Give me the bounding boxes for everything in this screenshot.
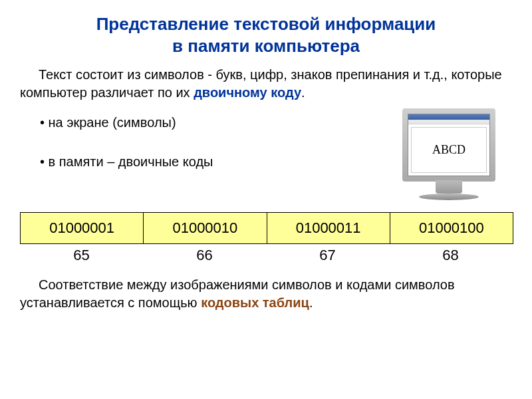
para1-text-b: .	[301, 85, 305, 100]
dec-cell: 66	[143, 244, 266, 264]
monitor-base	[419, 194, 479, 200]
paragraph-1: Текст состоит из символов - букв, цифр, …	[20, 66, 512, 102]
bin-cell: 01000100	[390, 213, 513, 243]
bin-cell: 01000011	[267, 213, 390, 243]
dec-cell: 65	[20, 244, 143, 264]
bullet-2: в памяти – двоичные коды	[40, 154, 392, 170]
document-area: ABCD	[411, 127, 487, 173]
title-line2: в памяти компьютера	[172, 36, 360, 56]
para2-text-b: .	[309, 295, 313, 310]
window-titlebar	[408, 114, 489, 120]
slide-title: Представление текстовой информации в пам…	[20, 13, 512, 57]
bullet-1: на экране (символы)	[40, 115, 392, 130]
decimal-row: 65 66 67 68	[20, 244, 512, 264]
binary-row: 01000001 01000010 01000011 01000100	[20, 212, 513, 244]
mid-row: на экране (символы) в памяти – двоичные …	[20, 108, 512, 208]
bullet-list: на экране (символы) в памяти – двоичные …	[20, 108, 392, 194]
bin-cell: 01000010	[144, 213, 267, 243]
screen-text: ABCD	[432, 143, 466, 157]
window-menubar	[408, 120, 489, 124]
para2-emph: кодовых таблиц	[201, 295, 309, 310]
dec-cell: 68	[389, 244, 512, 264]
monitor-stand	[436, 180, 462, 194]
title-line1: Представление текстовой информации	[96, 14, 436, 34]
codes-table: 01000001 01000010 01000011 01000100 65 6…	[20, 212, 512, 264]
monitor-illustration: ABCD	[392, 108, 505, 208]
monitor-bezel: ABCD	[402, 108, 495, 182]
dec-cell: 67	[266, 244, 389, 264]
paragraph-2: Соответствие между изображениями символо…	[20, 276, 512, 312]
bin-cell: 01000001	[21, 213, 144, 243]
para1-emph: двоичному коду	[194, 85, 301, 100]
monitor-screen: ABCD	[408, 114, 490, 176]
